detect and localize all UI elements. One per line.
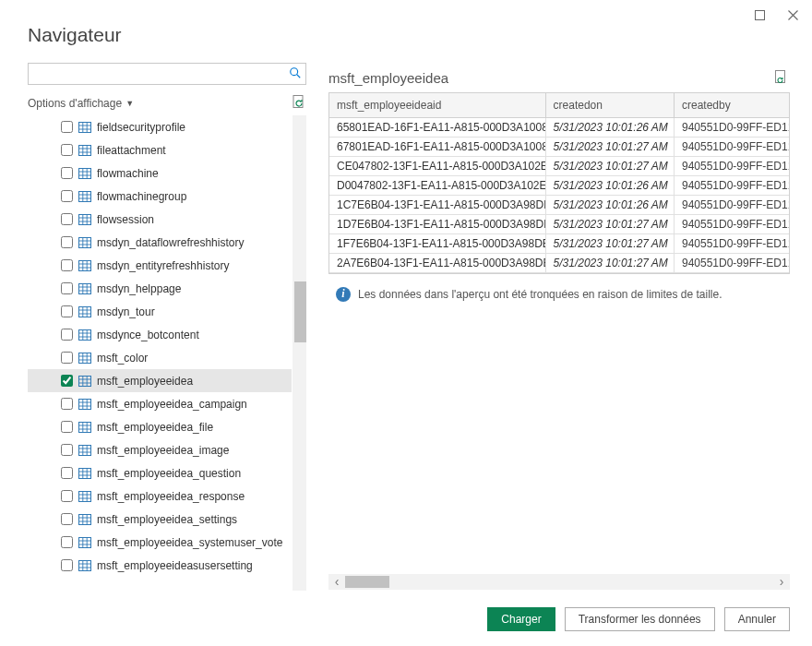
tree-item[interactable]: flowmachine bbox=[28, 162, 292, 185]
transform-button[interactable]: Transformer les données bbox=[565, 607, 715, 631]
table-icon bbox=[78, 260, 91, 271]
table-row[interactable]: 65801EAD-16F1-EA11-A815-000D3A1008585/31… bbox=[329, 117, 789, 137]
table-row[interactable]: 1F7E6B04-13F1-EA11-A815-000D3A98DE0F5/31… bbox=[329, 233, 789, 253]
tree-item[interactable]: fieldsecurityprofile bbox=[28, 115, 292, 138]
table-cell: 67801EAD-16F1-EA11-A815-000D3A100858 bbox=[329, 137, 545, 156]
horizontal-scrollbar[interactable]: ‹ › bbox=[328, 574, 790, 590]
table-cell: 2A7E6B04-13F1-EA11-A815-000D3A98DE0F bbox=[329, 253, 545, 272]
table-cell: 5/31/2023 10:01:26 AM bbox=[545, 175, 674, 195]
tree-item-label: fileattachment bbox=[97, 144, 166, 157]
tree-item[interactable]: msdyn_helppage bbox=[28, 277, 292, 300]
tree-item[interactable]: flowmachinegroup bbox=[28, 185, 292, 208]
table-icon bbox=[78, 145, 91, 156]
table-cell: 1D7E6B04-13F1-EA11-A815-000D3A98DE0F bbox=[329, 214, 545, 233]
load-button[interactable]: Charger bbox=[487, 607, 555, 631]
vertical-scrollbar-thumb[interactable] bbox=[294, 281, 306, 342]
table-cell: 940551D0-99FF-ED11-8F bbox=[674, 156, 789, 175]
tree-item[interactable]: msdyn_tour bbox=[28, 300, 292, 323]
preview-table: msft_employeeideaidcreatedoncreatedby 65… bbox=[329, 93, 789, 273]
tree-item-checkbox[interactable] bbox=[61, 144, 73, 156]
tree-item-checkbox[interactable] bbox=[61, 352, 73, 364]
tree-item-label: msft_employeeidea bbox=[97, 375, 193, 388]
close-button[interactable] bbox=[781, 6, 805, 24]
display-options-label: Options d'affichage bbox=[28, 97, 122, 110]
tree-item-checkbox[interactable] bbox=[61, 513, 73, 525]
navigator-tree[interactable]: fieldsecurityprofilefileattachmentflowma… bbox=[28, 115, 306, 591]
tree-item-checkbox[interactable] bbox=[61, 236, 73, 248]
tree-item[interactable]: msft_employeeidea_systemuser_vote bbox=[28, 531, 292, 554]
tree-item-checkbox[interactable] bbox=[61, 398, 73, 410]
svg-rect-14 bbox=[79, 376, 91, 386]
table-cell: 65801EAD-16F1-EA11-A815-000D3A100858 bbox=[329, 117, 545, 137]
tree-item[interactable]: msft_color bbox=[28, 346, 292, 369]
tree-item-checkbox[interactable] bbox=[61, 559, 73, 571]
tree-item[interactable]: msdynce_botcontent bbox=[28, 323, 292, 346]
tree-item-checkbox[interactable] bbox=[61, 305, 73, 317]
tree-item[interactable]: msft_employeeidea_settings bbox=[28, 508, 292, 531]
table-row[interactable]: 67801EAD-16F1-EA11-A815-000D3A1008585/31… bbox=[329, 137, 789, 156]
tree-item-label: msdyn_entityrefreshhistory bbox=[97, 259, 229, 272]
scroll-left-arrow[interactable]: ‹ bbox=[328, 574, 345, 589]
tree-item[interactable]: fileattachment bbox=[28, 138, 292, 162]
column-header[interactable]: msft_employeeideaid bbox=[329, 93, 545, 117]
table-cell: 5/31/2023 10:01:27 AM bbox=[545, 156, 674, 175]
display-options-dropdown[interactable]: Options d'affichage ▼ bbox=[28, 97, 134, 110]
table-icon bbox=[78, 376, 91, 387]
info-icon: i bbox=[336, 287, 351, 302]
svg-point-1 bbox=[291, 68, 298, 76]
svg-rect-10 bbox=[79, 283, 91, 293]
tree-item[interactable]: msdyn_dataflowrefreshhistory bbox=[28, 231, 292, 254]
table-row[interactable]: 1D7E6B04-13F1-EA11-A815-000D3A98DE0F5/31… bbox=[329, 214, 789, 233]
tree-item-checkbox[interactable] bbox=[61, 213, 73, 225]
svg-rect-4 bbox=[79, 145, 91, 155]
tree-item[interactable]: msft_employeeidea_response bbox=[28, 484, 292, 508]
table-icon bbox=[78, 191, 91, 202]
tree-item[interactable]: msft_employeeidea_question bbox=[28, 461, 292, 484]
tree-item-checkbox[interactable] bbox=[61, 421, 73, 433]
tree-item-checkbox[interactable] bbox=[61, 444, 73, 456]
tree-item[interactable]: flowsession bbox=[28, 208, 292, 231]
tree-item-checkbox[interactable] bbox=[61, 536, 73, 548]
tree-item-label: msdyn_tour bbox=[97, 305, 155, 318]
tree-item[interactable]: msft_employeeideasusersetting bbox=[28, 554, 292, 577]
search-icon[interactable] bbox=[289, 66, 302, 82]
table-row[interactable]: 2A7E6B04-13F1-EA11-A815-000D3A98DE0F5/31… bbox=[329, 253, 789, 272]
column-header[interactable]: createdon bbox=[545, 93, 674, 117]
tree-item-checkbox[interactable] bbox=[61, 329, 73, 341]
tree-item-label: msft_employeeidea_response bbox=[97, 490, 245, 503]
table-row[interactable]: CE047802-13F1-EA11-A815-000D3A102EBB5/31… bbox=[329, 156, 789, 175]
vertical-scrollbar[interactable] bbox=[293, 115, 306, 591]
table-row[interactable]: 1C7E6B04-13F1-EA11-A815-000D3A98DE0F5/31… bbox=[329, 195, 789, 214]
tree-item-checkbox[interactable] bbox=[61, 375, 73, 387]
export-icon[interactable] bbox=[773, 69, 788, 87]
table-cell: 940551D0-99FF-ED11-8F bbox=[674, 137, 789, 156]
table-icon bbox=[78, 514, 91, 525]
tree-item[interactable]: msft_employeeidea bbox=[28, 369, 292, 392]
tree-item-checkbox[interactable] bbox=[61, 467, 73, 479]
maximize-button[interactable] bbox=[747, 6, 771, 24]
tree-item[interactable]: msft_employeeidea_file bbox=[28, 415, 292, 438]
svg-rect-5 bbox=[79, 168, 91, 178]
horizontal-scrollbar-thumb[interactable] bbox=[345, 576, 389, 588]
tree-item[interactable]: msft_employeeidea_image bbox=[28, 438, 292, 461]
cancel-button[interactable]: Annuler bbox=[724, 607, 790, 631]
table-icon bbox=[78, 353, 91, 364]
table-row[interactable]: D0047802-13F1-EA11-A815-000D3A102EBB5/31… bbox=[329, 175, 789, 195]
tree-item-checkbox[interactable] bbox=[61, 167, 73, 179]
tree-item-checkbox[interactable] bbox=[61, 282, 73, 294]
column-header[interactable]: createdby bbox=[674, 93, 789, 117]
table-cell: 5/31/2023 10:01:27 AM bbox=[545, 214, 674, 233]
search-input[interactable] bbox=[28, 63, 306, 85]
svg-rect-0 bbox=[755, 10, 764, 19]
tree-item-checkbox[interactable] bbox=[61, 121, 73, 133]
refresh-icon[interactable] bbox=[292, 94, 306, 112]
tree-item-checkbox[interactable] bbox=[61, 490, 73, 502]
tree-item[interactable]: msft_employeeidea_campaign bbox=[28, 392, 292, 415]
tree-item-checkbox[interactable] bbox=[61, 190, 73, 202]
tree-item-label: flowmachine bbox=[97, 167, 159, 180]
tree-item[interactable]: msdyn_entityrefreshhistory bbox=[28, 254, 292, 277]
tree-item-label: msft_employeeidea_settings bbox=[97, 513, 237, 526]
scroll-right-arrow[interactable]: › bbox=[773, 574, 790, 589]
tree-item-checkbox[interactable] bbox=[61, 259, 73, 271]
table-icon bbox=[78, 122, 91, 133]
